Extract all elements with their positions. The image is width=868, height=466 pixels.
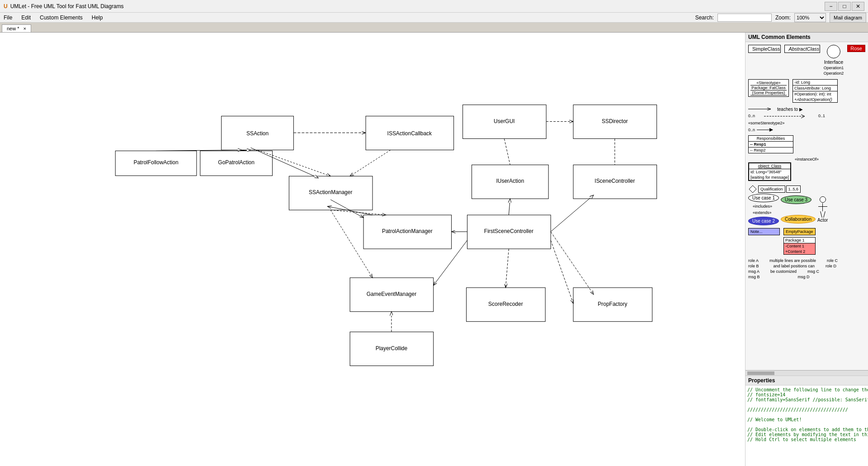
abstract-class-element[interactable]: AbstractClass — [784, 45, 820, 53]
svg-line-45 — [551, 232, 594, 295]
interface-circle[interactable] — [827, 45, 840, 58]
search-input[interactable] — [717, 14, 772, 22]
n0-row: 0..n — [748, 127, 865, 133]
collaboration-element[interactable]: Collaboration — [781, 215, 816, 223]
titlebar-right: − □ ✕ — [825, 2, 864, 11]
svg-text:ScoreRecoder: ScoreRecoder — [488, 301, 523, 307]
uml-row-resp: Responsibilities -- Resp1 -- Resp2 — [748, 135, 865, 153]
qual-main: Qualification — [758, 185, 785, 193]
use-case-1[interactable]: Use case 1 — [748, 194, 779, 202]
svg-text:UserGUI: UserGUI — [494, 118, 515, 124]
multi-lines-label: multiple lines are possible — [769, 258, 816, 263]
n01-label: 0..1 — [818, 114, 825, 119]
svg-text:FirstSceneController: FirstSceneController — [484, 228, 533, 234]
menu-edit[interactable]: Edit — [19, 14, 33, 21]
responsibilities-element[interactable]: Responsibilities -- Resp1 -- Resp2 — [748, 135, 793, 153]
simple-class-element[interactable]: SimpleClass — [748, 45, 781, 53]
properties-content[interactable]: // Uncomment the following line to chang… — [745, 385, 868, 466]
msg-a-label: msg A — [748, 269, 760, 274]
role-a-label: role A — [748, 258, 759, 263]
msg-d-label: msg D — [798, 275, 810, 279]
op2-label: Operation2 — [824, 71, 844, 76]
elements-area[interactable]: SimpleClass AbstractClass Interface Oper… — [745, 42, 868, 370]
minimize-button[interactable]: − — [825, 2, 837, 11]
uml-row-object: object: Class id: Long="36548" [waiting … — [748, 162, 865, 181]
actor-leg-right — [823, 211, 826, 218]
instanceof-label: «instanceOf» — [748, 157, 865, 162]
tab-new[interactable]: new * × — [2, 24, 31, 32]
pkg-title: Package 1 — [784, 238, 815, 243]
diagram-canvas[interactable]: SSAction ISSActionCallback UserGUI SSDir… — [0, 33, 745, 466]
properties-title: Properties — [745, 376, 868, 385]
interface-label: Interface — [824, 59, 844, 65]
label-positions-label: and label positions can — [774, 264, 815, 268]
svg-text:ISSActionCallback: ISSActionCallback — [387, 130, 432, 137]
relation-row-4: msg B msg D — [748, 275, 865, 279]
rose-button[interactable]: Rose — [847, 45, 865, 52]
n0b-label: 0..n — [748, 128, 755, 132]
menu-custom-elements[interactable]: Custom Elements — [38, 14, 85, 21]
right-panel-title: UML Common Elements — [745, 33, 868, 42]
fat-class-element[interactable]: «Stereotype» Package::FatClass (Some Pro… — [748, 79, 789, 97]
app-title: UMLet - Free UML Tool for Fast UML Diagr… — [10, 3, 124, 10]
mail-diagram-button[interactable]: Mail diagram — [830, 13, 866, 23]
properties-panel: Properties // Uncomment the following li… — [745, 376, 868, 466]
op1-label: Operation1 — [824, 66, 844, 70]
n0-label: 0..n — [748, 114, 755, 119]
actor-arms — [818, 206, 827, 207]
attrs-name: -id: Long — [793, 80, 837, 86]
obj-status: [waiting for message] — [749, 175, 790, 180]
resp-name: Responsibilities — [749, 136, 793, 142]
use-case-area: Use case 1 «includes» «extends» Use case… — [748, 194, 865, 225]
package-area: EmptyPackage Package 1 -Content 1 +Conte… — [783, 228, 816, 255]
obj-id: id: Long="36548" — [749, 169, 790, 175]
right-panel: UML Common Elements SimpleClass Abstract… — [745, 33, 868, 466]
menu-help[interactable]: Help — [90, 14, 105, 21]
relation-area: role A multiple lines are possible role … — [748, 258, 865, 279]
role-b-label: role B — [748, 264, 759, 268]
empty-package-element[interactable]: EmptyPackage — [783, 228, 816, 235]
titlebar-left: U UMLet - Free UML Tool for Fast UML Dia… — [4, 3, 124, 10]
zoom-select[interactable]: 100% 75% 150% 200% — [794, 13, 826, 22]
tab-close-button[interactable]: × — [24, 26, 26, 31]
attrs-op1: #Operation(i: int): int — [793, 91, 837, 97]
actor-body — [822, 203, 823, 211]
some-stereotype-label: «someStereotype2» — [748, 121, 865, 125]
object-element[interactable]: object: Class id: Long="36548" [waiting … — [748, 162, 791, 181]
diamond-svg — [748, 185, 757, 194]
package-element[interactable]: Package 1 -Content 1 +Content 2 — [783, 237, 816, 255]
scrollbar-thumb[interactable] — [747, 371, 774, 375]
svg-line-41 — [509, 199, 510, 215]
svg-text:IUserAction: IUserAction — [496, 178, 524, 184]
svg-text:PlayerCollide: PlayerCollide — [376, 345, 408, 352]
svg-text:ISceneController: ISceneController — [594, 178, 635, 184]
msg-b-label: msg B — [748, 275, 760, 279]
right-panel-scrollbar[interactable] — [745, 370, 868, 376]
actor-label: Actor — [817, 218, 828, 223]
menu-file[interactable]: File — [2, 14, 14, 21]
class-attrs-element[interactable]: -id: Long ClassAttribute: Long #Operatio… — [793, 79, 838, 103]
actor-leg-left — [820, 211, 822, 218]
svg-line-40 — [504, 139, 510, 165]
use-case-3[interactable]: Use case 3 — [781, 195, 811, 204]
stereotype-label: «Stereotype» — [750, 81, 787, 86]
uml-row-1: SimpleClass AbstractClass Interface Oper… — [748, 45, 865, 76]
zoom-label: Zoom: — [775, 14, 791, 21]
pkg-content1: -Content 1 — [784, 243, 815, 249]
qual-badge: 1..5,6 — [786, 185, 801, 193]
note-element[interactable]: Note... — [748, 228, 780, 235]
arrow-teaches: teaches to ▶ — [748, 106, 865, 112]
svg-text:GoPatrolAction: GoPatrolAction — [218, 159, 255, 166]
be-customized-label: be customized — [770, 269, 797, 274]
teaches-arrow-svg — [748, 106, 775, 112]
svg-text:PatrolFollowAction: PatrolFollowAction — [133, 159, 178, 166]
titlebar: U UMLet - Free UML Tool for Fast UML Dia… — [0, 0, 868, 13]
use-case-2[interactable]: Use case 2 — [748, 217, 779, 225]
close-button[interactable]: ✕ — [852, 2, 864, 11]
note-label: Note... — [750, 229, 763, 234]
maximize-button[interactable]: □ — [838, 2, 851, 11]
svg-text:SSActionManager: SSActionManager — [309, 189, 352, 195]
svg-text:PropFactory: PropFactory — [598, 301, 627, 307]
teaches-label: teaches to ▶ — [777, 107, 803, 112]
search-label: Search: — [695, 14, 714, 21]
